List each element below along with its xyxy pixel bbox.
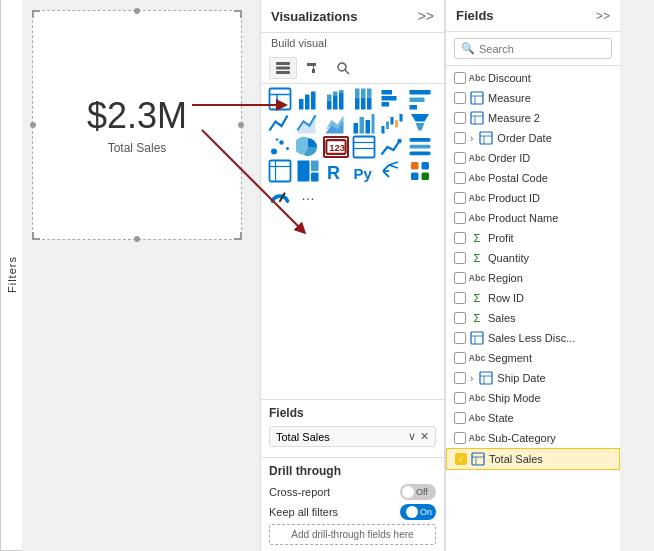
field-item[interactable]: Measure 2 — [446, 108, 620, 128]
viz-icon-r-visual[interactable]: R — [323, 160, 349, 182]
field-item[interactable]: ΣProfit — [446, 228, 620, 248]
field-item[interactable]: ✓Total Sales — [446, 448, 620, 470]
field-item[interactable]: ›Order Date — [446, 128, 620, 148]
field-checkbox[interactable] — [454, 292, 466, 304]
field-checkbox[interactable] — [454, 112, 466, 124]
cross-report-toggle[interactable]: Off — [400, 484, 436, 500]
viz-icon-card[interactable]: 123 — [323, 136, 349, 158]
field-checkbox[interactable] — [454, 132, 466, 144]
field-checkbox[interactable]: ✓ — [455, 453, 467, 465]
field-name: Quantity — [488, 252, 612, 264]
field-checkbox[interactable] — [454, 312, 466, 324]
search-box[interactable]: 🔍 — [454, 38, 612, 59]
viz-icon-multi-row-card[interactable] — [351, 136, 377, 158]
svg-rect-12 — [299, 99, 304, 110]
viz-tab-fields[interactable] — [269, 57, 297, 79]
search-input[interactable] — [479, 43, 605, 55]
field-type-icon: Abc — [470, 171, 484, 185]
viz-icon-decomp-tree[interactable] — [379, 160, 405, 182]
field-name: Measure 2 — [488, 112, 612, 124]
field-item[interactable]: AbcShip Mode — [446, 388, 620, 408]
field-checkbox[interactable] — [454, 372, 466, 384]
field-expander[interactable]: › — [470, 373, 473, 384]
field-checkbox[interactable] — [454, 232, 466, 244]
field-expander[interactable]: › — [470, 133, 473, 144]
svg-rect-59 — [410, 152, 431, 156]
viz-icon-ribbon[interactable] — [351, 112, 377, 134]
field-checkbox[interactable] — [454, 252, 466, 264]
viz-icon-clustered-column[interactable] — [295, 88, 321, 110]
viz-icon-more-charts[interactable] — [407, 88, 433, 110]
drillthrough-keep-filters-row: Keep all filters On — [269, 504, 436, 520]
field-item[interactable]: Sales Less Disc... — [446, 328, 620, 348]
field-item[interactable]: ΣSales — [446, 308, 620, 328]
viz-field-close[interactable]: ✕ — [420, 430, 429, 443]
field-item[interactable]: AbcRegion — [446, 268, 620, 288]
field-item[interactable]: AbcSegment — [446, 348, 620, 368]
svg-rect-78 — [471, 92, 483, 104]
viz-expand-icon[interactable]: >> — [418, 8, 434, 24]
field-item[interactable]: AbcPostal Code — [446, 168, 620, 188]
svg-rect-22 — [355, 89, 360, 98]
fields-expand-icon[interactable]: >> — [596, 9, 610, 23]
viz-field-total-sales[interactable]: Total Sales ∨ ✕ — [269, 426, 436, 447]
field-name: Total Sales — [489, 453, 611, 465]
svg-point-56 — [397, 139, 402, 144]
field-name: State — [488, 412, 612, 424]
viz-drillthrough-section: Drill through Cross-report Off Keep all … — [261, 457, 444, 551]
viz-icon-kpi[interactable] — [379, 136, 405, 158]
field-item[interactable]: AbcProduct ID — [446, 188, 620, 208]
viz-icon-clustered-bar[interactable] — [379, 88, 405, 110]
field-item[interactable]: AbcSub-Category — [446, 428, 620, 448]
viz-tab-format[interactable] — [299, 57, 327, 79]
field-checkbox[interactable] — [454, 152, 466, 164]
viz-icon-funnel[interactable] — [407, 112, 433, 134]
field-item[interactable]: ΣRow ID — [446, 288, 620, 308]
viz-field-chevron[interactable]: ∨ — [408, 430, 416, 443]
svg-line-72 — [389, 165, 398, 168]
field-item[interactable]: Measure — [446, 88, 620, 108]
field-checkbox[interactable] — [454, 332, 466, 344]
keep-filters-toggle[interactable]: On — [400, 504, 436, 520]
viz-icon-python[interactable]: Py — [351, 160, 377, 182]
field-checkbox[interactable] — [454, 72, 466, 84]
viz-icon-ai-visual[interactable] — [407, 160, 433, 182]
field-item[interactable]: ›Ship Date — [446, 368, 620, 388]
viz-icon-100-stacked-column[interactable] — [351, 88, 377, 110]
field-checkbox[interactable] — [454, 412, 466, 424]
drillthrough-add-field: Add drill-through fields here — [269, 524, 436, 545]
svg-rect-81 — [471, 112, 483, 124]
field-checkbox[interactable] — [454, 272, 466, 284]
field-item[interactable]: AbcState — [446, 408, 620, 428]
field-checkbox[interactable] — [454, 352, 466, 364]
field-type-icon — [471, 452, 485, 466]
field-checkbox[interactable] — [454, 92, 466, 104]
field-type-icon: Abc — [470, 271, 484, 285]
arrow-2 — [202, 130, 322, 240]
field-item[interactable]: ΣQuantity — [446, 248, 620, 268]
viz-panel-title: Visualizations — [271, 9, 357, 24]
viz-icon-stacked-area[interactable] — [323, 112, 349, 134]
viz-type-tabs — [261, 53, 444, 84]
field-checkbox[interactable] — [454, 192, 466, 204]
field-checkbox[interactable] — [454, 212, 466, 224]
viz-icon-waterfall[interactable] — [379, 112, 405, 134]
field-checkbox[interactable] — [454, 172, 466, 184]
field-type-icon — [470, 91, 484, 105]
viz-icon-stacked-column[interactable] — [323, 88, 349, 110]
cross-report-label: Cross-report — [269, 486, 330, 498]
field-checkbox[interactable] — [454, 432, 466, 444]
field-checkbox[interactable] — [454, 392, 466, 404]
svg-text:123: 123 — [329, 142, 345, 153]
field-item[interactable]: AbcOrder ID — [446, 148, 620, 168]
field-item[interactable]: AbcDiscount — [446, 68, 620, 88]
viz-icon-row-1 — [267, 88, 438, 110]
svg-line-3 — [202, 130, 302, 230]
viz-tab-analytics[interactable] — [329, 57, 357, 79]
field-item[interactable]: AbcProduct Name — [446, 208, 620, 228]
field-name: Ship Date — [497, 372, 612, 384]
field-type-icon: Abc — [470, 351, 484, 365]
fields-title: Fields — [456, 8, 494, 23]
viz-icon-slicer[interactable] — [407, 136, 433, 158]
filters-tab[interactable]: Filters — [0, 0, 22, 551]
